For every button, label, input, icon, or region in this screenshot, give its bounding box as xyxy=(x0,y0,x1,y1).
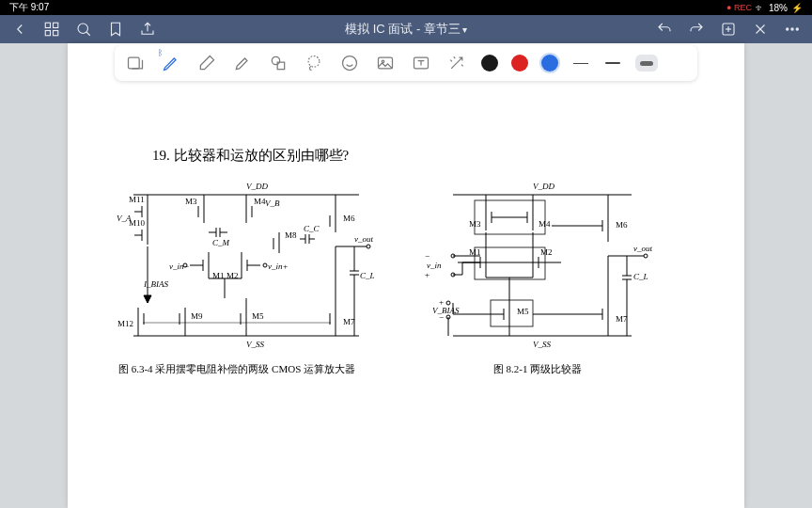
svg-text:C_L: C_L xyxy=(360,271,375,280)
svg-point-15 xyxy=(272,56,279,64)
svg-rect-2 xyxy=(45,31,50,36)
svg-marker-81 xyxy=(144,295,151,303)
svg-rect-0 xyxy=(45,23,50,27)
svg-text:+: + xyxy=(425,270,429,279)
grid-icon[interactable] xyxy=(43,21,60,38)
status-time: 下午 9:07 xyxy=(9,1,406,14)
add-page-icon[interactable] xyxy=(720,21,737,38)
svg-text:V_B: V_B xyxy=(265,198,280,208)
svg-text:M3: M3 xyxy=(469,219,481,229)
stroke-thin[interactable] xyxy=(571,54,590,72)
svg-text:M6: M6 xyxy=(616,220,628,230)
figure-right: V_DD V_SS M3 M4 M6 xyxy=(415,176,660,376)
svg-text:M2: M2 xyxy=(540,247,553,257)
stroke-thick-selected[interactable] xyxy=(635,55,658,71)
svg-text:M12: M12 xyxy=(117,319,133,328)
svg-text:M6: M6 xyxy=(343,214,355,223)
question-19: 19. 比较器和运放的区别由哪些? xyxy=(152,147,716,165)
svg-text:V_DD: V_DD xyxy=(246,182,268,191)
wifi-icon: ᯤ xyxy=(756,3,765,13)
document-title[interactable]: 模拟 IC 面试 - 章节三▾ xyxy=(171,21,641,38)
svg-point-133 xyxy=(644,254,648,258)
svg-text:M10: M10 xyxy=(129,218,146,228)
document-page[interactable]: ᛒ xyxy=(68,43,744,508)
svg-line-5 xyxy=(86,32,90,36)
figure-left-caption: 图 6.3-4 采用摆零电阻补偿的两级 CMOS 运算放大器 xyxy=(118,362,355,376)
svg-text:M8: M8 xyxy=(285,230,297,240)
color-blue-selected[interactable] xyxy=(541,55,558,71)
app-header: 模拟 IC 面试 - 章节三▾ xyxy=(0,15,812,43)
svg-text:M7: M7 xyxy=(616,314,628,324)
figure-left: V_DD V_SS M11 M10 V_A xyxy=(96,176,378,376)
svg-text:M5: M5 xyxy=(252,311,264,321)
svg-text:M9: M9 xyxy=(191,311,203,321)
annotation-toolbar: ᛒ xyxy=(115,45,697,81)
document-content: 19. 比较器和运放的区别由哪些? V_DD V_SS xyxy=(68,43,744,508)
svg-text:C_C: C_C xyxy=(304,224,320,233)
svg-point-13 xyxy=(796,28,798,30)
color-red[interactable] xyxy=(511,55,528,71)
more-icon[interactable] xyxy=(784,21,801,38)
svg-point-12 xyxy=(791,28,793,30)
eraser-tool-icon[interactable] xyxy=(195,52,218,74)
stroke-medium[interactable] xyxy=(603,54,622,72)
redo-icon[interactable] xyxy=(688,21,705,38)
chevron-down-icon: ▾ xyxy=(462,24,467,35)
svg-text:V_SS: V_SS xyxy=(246,340,264,349)
svg-text:M7: M7 xyxy=(343,317,355,326)
svg-rect-14 xyxy=(129,57,140,69)
undo-icon[interactable] xyxy=(656,21,673,38)
svg-point-140 xyxy=(446,301,450,305)
svg-text:V_A: V_A xyxy=(117,214,132,223)
svg-point-4 xyxy=(78,24,88,34)
magic-tool-icon[interactable] xyxy=(445,52,468,74)
svg-text:V_DD: V_DD xyxy=(533,182,554,191)
text-tool-icon[interactable] xyxy=(410,52,432,74)
battery-level: 18% xyxy=(769,3,788,13)
svg-text:M3: M3 xyxy=(185,197,197,206)
svg-text:v_in+: v_in+ xyxy=(268,262,289,271)
highlighter-tool-icon[interactable] xyxy=(231,52,254,74)
status-bar: 下午 9:07 ● REC ᯤ 18% ⚡ xyxy=(0,0,812,15)
circuit-right-svg: V_DD V_SS M3 M4 M6 xyxy=(415,176,660,355)
battery-icon: ⚡ xyxy=(791,3,803,13)
search-icon[interactable] xyxy=(75,21,92,38)
svg-text:C_M: C_M xyxy=(212,238,230,247)
svg-text:M4: M4 xyxy=(539,219,551,229)
shape-tool-icon[interactable] xyxy=(267,52,289,74)
svg-text:v_in−: v_in− xyxy=(169,262,190,271)
figure-right-caption: 图 8.2-1 两级比较器 xyxy=(493,362,582,376)
svg-text:−: − xyxy=(425,251,429,261)
read-mode-icon[interactable] xyxy=(124,52,147,74)
svg-point-11 xyxy=(787,28,789,30)
svg-text:M5: M5 xyxy=(517,307,529,316)
svg-text:V_SS: V_SS xyxy=(533,340,551,349)
circuit-left-svg: V_DD V_SS M11 M10 V_A xyxy=(96,176,378,355)
svg-text:I_BIAS: I_BIAS xyxy=(143,279,168,289)
share-icon[interactable] xyxy=(139,21,156,38)
svg-rect-1 xyxy=(54,23,58,27)
image-tool-icon[interactable] xyxy=(374,52,397,74)
svg-rect-3 xyxy=(54,31,58,36)
svg-text:v_in: v_in xyxy=(427,261,442,270)
svg-point-17 xyxy=(308,56,320,68)
svg-point-63 xyxy=(263,263,267,267)
svg-text:C_L: C_L xyxy=(633,272,648,281)
svg-point-18 xyxy=(343,56,357,71)
sticker-tool-icon[interactable] xyxy=(338,52,361,74)
recording-indicator: ● REC xyxy=(726,3,752,12)
content-area: ᛒ xyxy=(0,43,812,508)
close-icon[interactable] xyxy=(752,21,769,38)
pen-tool-icon[interactable]: ᛒ xyxy=(160,52,182,74)
bluetooth-badge-icon: ᛒ xyxy=(158,48,167,57)
color-black[interactable] xyxy=(481,55,498,71)
lasso-tool-icon[interactable] xyxy=(303,52,325,74)
svg-point-59 xyxy=(367,245,370,248)
svg-rect-120 xyxy=(475,247,545,279)
back-icon[interactable] xyxy=(11,21,28,38)
svg-text:v_out: v_out xyxy=(633,244,652,253)
svg-text:v_out: v_out xyxy=(354,234,373,244)
svg-text:M11: M11 xyxy=(129,195,145,204)
bookmark-icon[interactable] xyxy=(107,21,124,38)
